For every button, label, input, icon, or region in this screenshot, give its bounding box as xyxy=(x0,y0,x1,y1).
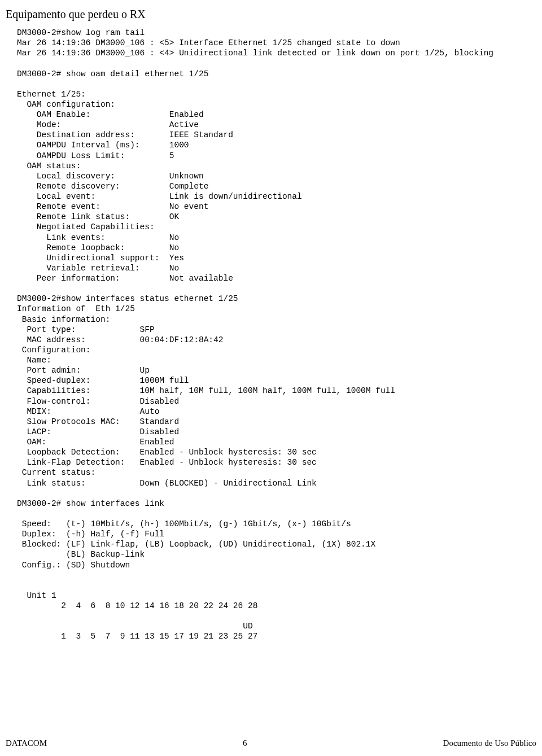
blank-line xyxy=(17,570,536,580)
if-link-command: DM3000-2# show interfaces link xyxy=(17,499,536,509)
footer-page-number: 6 xyxy=(243,738,247,748)
legend-output: Speed: (t-) 10Mbit/s, (h-) 100Mbit/s, (g… xyxy=(17,519,536,570)
if-status-output: Information of Eth 1/25 Basic informatio… xyxy=(17,304,536,488)
unit-port-map: Unit 1 2 4 6 8 10 12 14 16 18 20 22 24 2… xyxy=(17,591,536,642)
section-title: Equipamento que perdeu o RX xyxy=(6,8,536,21)
oam-command: DM3000-2# show oam detail ethernet 1/25 xyxy=(17,69,536,79)
blank-line xyxy=(17,509,536,519)
footer-right: Documento de Uso Público xyxy=(443,738,536,748)
if-status-command: DM3000-2#show interfaces status ethernet… xyxy=(17,294,536,304)
blank-line xyxy=(17,58,536,68)
log-output: DM3000-2#show log ram tail Mar 26 14:19:… xyxy=(17,28,536,58)
blank-line xyxy=(17,79,536,89)
blank-line xyxy=(17,283,536,294)
blank-line xyxy=(17,488,536,499)
oam-output: Ethernet 1/25: OAM configuration: OAM En… xyxy=(17,89,536,283)
blank-line xyxy=(17,580,536,591)
footer-left: DATACOM xyxy=(6,738,47,748)
